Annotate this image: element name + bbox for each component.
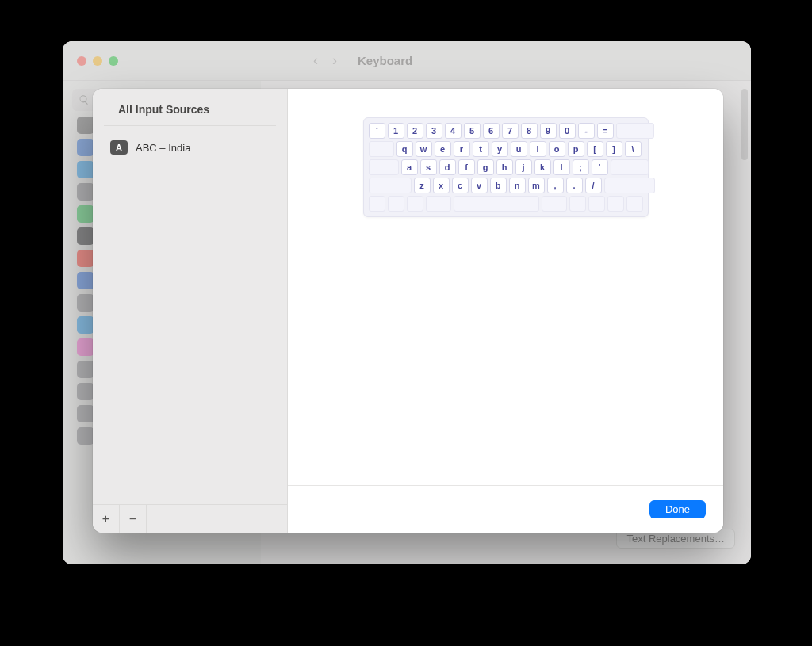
key-blank <box>369 178 412 193</box>
key-blank <box>607 196 624 212</box>
scrollbar[interactable] <box>741 89 748 160</box>
key: 7 <box>502 123 519 139</box>
close-icon[interactable] <box>77 56 86 66</box>
key-blank <box>626 196 643 212</box>
key-blank <box>369 159 399 175</box>
key: [ <box>587 141 603 157</box>
key: / <box>585 178 602 193</box>
key-blank <box>388 196 404 212</box>
key: j <box>515 159 532 175</box>
key-blank <box>407 196 423 212</box>
key: i <box>530 141 546 157</box>
key: c <box>452 178 469 193</box>
key: n <box>509 178 526 193</box>
key: x <box>433 178 450 193</box>
key-blank <box>542 196 567 212</box>
key-blank <box>569 196 586 212</box>
sidebar-item-icon <box>77 227 94 245</box>
input-source-item[interactable]: AABC – India <box>107 137 273 158</box>
key: l <box>553 159 570 175</box>
add-source-button[interactable]: + <box>93 505 120 533</box>
done-button[interactable]: Done <box>649 500 706 518</box>
sidebar-item-icon <box>77 161 94 178</box>
back-icon[interactable]: ‹ <box>313 52 318 69</box>
sidebar-item-icon <box>77 205 94 223</box>
key-blank <box>369 141 394 157</box>
sidebar-item-icon <box>77 117 94 134</box>
input-source-badge: A <box>110 140 128 155</box>
search-icon <box>79 94 90 105</box>
key: z <box>414 178 431 193</box>
remove-source-button[interactable]: − <box>120 505 147 533</box>
key: g <box>477 159 494 175</box>
sidebar-item-icon <box>77 316 94 334</box>
key: - <box>578 123 595 139</box>
key-blank <box>604 178 655 193</box>
sidebar-item-icon <box>77 405 94 422</box>
input-source-name: ABC – India <box>136 142 190 154</box>
key: s <box>420 159 437 175</box>
key: 2 <box>407 123 423 139</box>
key: ` <box>369 123 385 139</box>
key: ; <box>573 159 589 175</box>
minimize-icon[interactable] <box>93 56 102 66</box>
key: ] <box>606 141 622 157</box>
key: 3 <box>426 123 442 139</box>
key: d <box>439 159 456 175</box>
key: = <box>597 123 614 139</box>
key: 0 <box>559 123 576 139</box>
key-blank <box>369 196 385 212</box>
key: y <box>492 141 508 157</box>
sidebar-item-icon <box>77 383 94 400</box>
key: k <box>534 159 551 175</box>
key: 5 <box>464 123 481 139</box>
sidebar-item-icon <box>77 294 94 312</box>
key: t <box>473 141 489 157</box>
sidebar-item-icon <box>77 272 94 289</box>
key: e <box>435 141 451 157</box>
key: r <box>454 141 470 157</box>
zoom-icon[interactable] <box>109 56 118 66</box>
key: u <box>511 141 527 157</box>
key: 6 <box>483 123 500 139</box>
sidebar-item-icon <box>77 361 94 378</box>
key: q <box>396 141 413 157</box>
key: a <box>401 159 418 175</box>
key: f <box>458 159 475 175</box>
key-blank <box>611 159 649 175</box>
key: ' <box>592 159 608 175</box>
key: 1 <box>388 123 404 139</box>
key: 4 <box>445 123 462 139</box>
key: v <box>471 178 488 193</box>
sidebar-item-icon <box>77 139 94 156</box>
key: \ <box>625 141 642 157</box>
forward-icon[interactable]: › <box>332 52 337 69</box>
sidebar-item-icon <box>77 338 94 356</box>
key: w <box>416 141 432 157</box>
key: , <box>547 178 564 193</box>
input-sources-sidebar: All Input Sources AABC – India + − <box>93 89 288 533</box>
sidebar-item-icon <box>77 250 94 267</box>
titlebar: ‹ › Keyboard <box>63 41 751 81</box>
key: h <box>496 159 513 175</box>
sheet-title: All Input Sources <box>104 89 276 126</box>
sheet-content: `1234567890-= qwertyuiop[]\ asdfghjkl;' … <box>288 89 723 533</box>
input-sources-sheet: All Input Sources AABC – India + − `1234… <box>93 89 723 533</box>
key: . <box>566 178 583 193</box>
sidebar-item-icon <box>77 183 94 201</box>
key-blank <box>426 196 451 212</box>
key: 9 <box>540 123 557 139</box>
key: o <box>549 141 565 157</box>
page-title: Keyboard <box>358 54 412 67</box>
nav-arrows: ‹ › <box>313 52 337 69</box>
key-blank <box>616 123 654 139</box>
keyboard-preview: `1234567890-= qwertyuiop[]\ asdfghjkl;' … <box>363 117 649 217</box>
key: 8 <box>521 123 538 139</box>
sidebar-item-icon <box>77 427 94 445</box>
key: m <box>528 178 545 193</box>
key: p <box>568 141 584 157</box>
key: b <box>490 178 507 193</box>
window-controls[interactable] <box>77 56 118 66</box>
sheet-footer: Done <box>288 485 723 533</box>
key-blank <box>454 196 539 212</box>
